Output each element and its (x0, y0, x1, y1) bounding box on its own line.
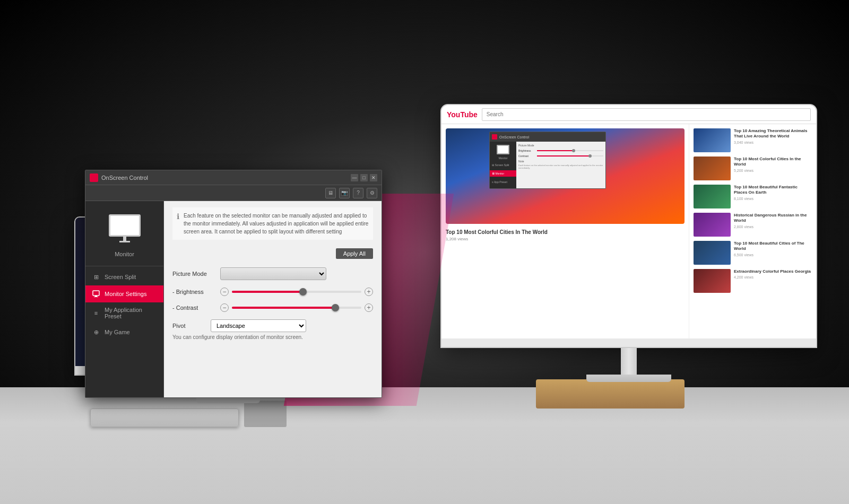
sidebar-item-app-preset[interactable]: ≡ My Application Preset (85, 302, 163, 324)
apply-all-button[interactable]: Apply All (336, 248, 373, 259)
pivot-description: You can configure display orientation of… (172, 334, 373, 340)
list-item: Historical Dangerous Russian in the Worl… (694, 213, 812, 237)
brightness-minus-button[interactable]: − (220, 288, 229, 296)
list-title-4: Historical Dangerous Russian in the Worl… (734, 213, 812, 224)
pivot-select-container: Pivot Landscape Portrait (90°) Portrait … (172, 319, 373, 332)
right-screen-content: YouTube Top 10 Most Colorful Cities In T… (441, 105, 816, 338)
mini-contrast-label: Contrast (518, 154, 535, 158)
mini-contrast-fill (537, 155, 590, 157)
list-thumb-1 (694, 128, 731, 152)
pivot-select[interactable]: Landscape Portrait (90°) Portrait (270°) (211, 319, 306, 332)
app-preset-label: My Application Preset (105, 307, 157, 319)
osc-title-logo (90, 173, 98, 182)
list-title-3: Top 10 Most Beautiful Fantastic Places O… (734, 185, 812, 196)
brightness-row: - Brightness − + (172, 288, 373, 296)
picture-mode-row: Picture Mode (172, 267, 373, 280)
picture-mode-label: Picture Mode (172, 271, 220, 277)
mini-brightness-label: Brightness (518, 149, 535, 152)
list-sub-4: 2,800 views (734, 225, 812, 229)
brightness-thumb[interactable] (299, 288, 307, 296)
maximize-button[interactable]: □ (360, 174, 368, 181)
list-thumb-6 (694, 269, 731, 293)
sidebar-item-monitor-settings[interactable]: Monitor Settings (85, 285, 163, 302)
monitor-settings-icon (92, 290, 100, 298)
monitor-icon-screen (109, 214, 141, 237)
brightness-plus-button[interactable]: + (365, 288, 373, 296)
right-monitor-neck (621, 348, 637, 375)
toolbar-gear-icon[interactable]: ⚙ (367, 188, 377, 198)
brightness-fill (232, 291, 303, 293)
right-monitor: YouTube Top 10 Most Colorful Cities In T… (440, 104, 817, 382)
list-thumb-3 (694, 185, 731, 208)
list-thumb-4 (694, 213, 731, 237)
brightness-slider-container: − + (220, 288, 373, 296)
contrast-thumb[interactable] (332, 304, 339, 311)
screen-split-label: Screen Split (105, 274, 136, 280)
osc-toolbar: 🖥 📷 ? ⚙ (85, 185, 382, 201)
osc-titlebar: OnScreen Control — □ ✕ (85, 170, 382, 185)
monitor-icon-neck (123, 237, 126, 241)
mini-sidebar: Monitor ⊞ Screen Split 🖥 Monitor ≡ App P… (490, 142, 516, 188)
osc-title-text: OnScreen Control (101, 175, 351, 181)
picture-mode-select[interactable] (220, 267, 326, 280)
list-sub-6: 4,200 views (734, 275, 812, 279)
yt-search-input[interactable] (482, 108, 811, 121)
desk-surface (0, 387, 849, 504)
osc-main-panel: ℹ Each feature on the selected monitor c… (164, 201, 382, 397)
brightness-track (232, 291, 361, 293)
contrast-label: - Contrast (172, 305, 220, 311)
list-info-5: Top 10 Most Beautiful Cities of The Worl… (734, 241, 812, 265)
mini-sidebar-monitor-settings: 🖥 Monitor (490, 170, 516, 177)
mini-monitor-label: Monitor (499, 157, 508, 160)
mini-brightness-track (537, 150, 603, 151)
list-item: Top 10 Most Beautiful Fantastic Places O… (694, 185, 812, 208)
mini-monitor-icon (497, 145, 509, 154)
contrast-minus-button[interactable]: − (220, 303, 229, 312)
mini-contrast-thumb (588, 154, 592, 158)
contrast-slider-container: − + (220, 303, 373, 312)
close-button[interactable]: ✕ (370, 174, 377, 181)
keyboard (90, 409, 239, 427)
mini-osc-titlebar: OnScreen Control (490, 132, 605, 142)
contrast-fill (232, 307, 335, 309)
app-preset-icon: ≡ (92, 309, 100, 317)
pivot-label: Pivot (172, 323, 204, 329)
mini-sidebar-screen-split: ⊞ Screen Split (490, 162, 516, 168)
mini-brightness-fill (537, 150, 574, 151)
sidebar-item-screen-split[interactable]: ⊞ Screen Split (85, 268, 163, 285)
yt-right-list: Top 10 Amazing Theoretical Animals That … (689, 124, 816, 338)
yt-topbar: YouTube (441, 105, 816, 124)
list-title-2: Top 10 Most Colorful Cities In the World (734, 157, 812, 168)
osc-sidebar: Monitor ⊞ Screen Split Monitor Settings … (85, 201, 164, 397)
monitor-icon-base (119, 241, 130, 242)
osc-window: OnScreen Control — □ ✕ 🖥 📷 ? ⚙ Monitor ⊞ (85, 170, 382, 398)
my-game-label: My Game (105, 329, 130, 335)
mini-brightness-thumb (572, 149, 575, 152)
my-game-icon: ⊕ (92, 328, 100, 336)
list-item: Top 10 Most Colorful Cities In the World… (694, 157, 812, 180)
yt-logo: YouTube (447, 110, 478, 119)
list-title-6: Extraordinary Colorful Places Georgia (734, 269, 812, 274)
contrast-row: - Contrast − + (172, 303, 373, 312)
toolbar-camera-icon[interactable]: 📷 (339, 188, 350, 198)
mini-osc-logo (492, 134, 497, 140)
list-title-5: Top 10 Most Beautiful Cities of The Worl… (734, 241, 812, 252)
right-monitor-bezel: YouTube Top 10 Most Colorful Cities In T… (440, 104, 817, 348)
info-box: ℹ Each feature on the selected monitor c… (172, 207, 373, 240)
toolbar-monitor-icon[interactable]: 🖥 (325, 188, 336, 198)
list-thumb-5 (694, 241, 731, 265)
contrast-plus-button[interactable]: + (365, 303, 373, 312)
list-sub-3: 8,100 views (734, 197, 812, 201)
list-sub-1: 3,040 views (734, 141, 812, 144)
list-thumb-2 (694, 157, 731, 180)
right-monitor-screen: YouTube Top 10 Most Colorful Cities In T… (441, 105, 816, 338)
mini-osc-overlay: OnScreen Control Monitor ⊞ Screen Split … (489, 132, 606, 189)
sidebar-divider (85, 266, 163, 266)
toolbar-help-icon[interactable]: ? (353, 188, 363, 198)
mini-contrast-row: Contrast (518, 154, 603, 158)
minimize-button[interactable]: — (351, 174, 358, 181)
mini-brightness-row: Brightness (518, 149, 603, 152)
sidebar-item-my-game[interactable]: ⊕ My Game (85, 324, 163, 341)
brightness-label: - Brightness (172, 289, 220, 295)
svg-rect-0 (93, 291, 99, 296)
